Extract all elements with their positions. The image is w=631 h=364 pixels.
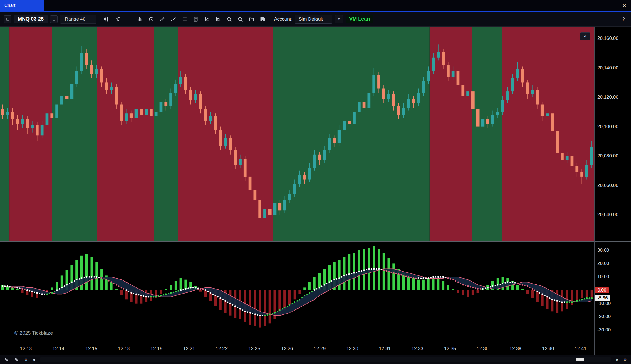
axis-lock-icon[interactable] [213, 14, 223, 24]
watchlist-icon[interactable] [180, 14, 190, 24]
indicator-axis[interactable]: 30.0020.0010.000.00-10.00-20.00-30.000.0… [594, 241, 631, 343]
scrollbar-track[interactable] [40, 357, 611, 362]
indicator-icon[interactable] [113, 14, 123, 24]
time-axis-label: 12:26 [281, 346, 293, 351]
chart-navigation-bar: « ◂ ▸ » [0, 355, 631, 364]
tab-chart-label: Chart [4, 3, 15, 8]
crosshair-icon[interactable] [124, 14, 134, 24]
price-axis-label: 20,140.00 [597, 65, 618, 71]
indicator-pane[interactable]: © 2025 Tickblaze [0, 241, 594, 343]
price-axis-label: 20,160.00 [597, 36, 618, 41]
account-dropdown-arrow[interactable]: ▼ [335, 15, 343, 23]
price-axis-label: 20,100.00 [597, 124, 618, 130]
account-label: Account: [274, 16, 292, 22]
price-axis-label: 20,060.00 [597, 183, 618, 188]
time-axis-label: 12:22 [216, 346, 228, 351]
price-axis[interactable]: 20,160.0020,140.0020,120.0020,100.0020,0… [594, 27, 631, 241]
scroll-to-end-button[interactable]: » [622, 356, 628, 363]
chart-area: » 20,160.0020,140.0020,120.0020,100.0020… [0, 27, 631, 364]
notes-icon[interactable] [191, 14, 201, 24]
account-select[interactable]: Sim Default [295, 15, 332, 24]
trendline-icon[interactable] [168, 14, 178, 24]
symbol-selector-icon[interactable] [4, 15, 11, 23]
time-axis-label: 12:19 [151, 346, 163, 351]
price-axis-label: 20,040.00 [597, 212, 618, 218]
time-axis[interactable]: 12:1312:1412:1512:1812:1912:2112:2212:25… [0, 343, 594, 355]
collapse-panel-button[interactable]: » [580, 32, 590, 40]
indicator-axis-label: 10.00 [597, 274, 609, 280]
zero-line-badge: 0.00 [595, 287, 609, 293]
time-axis-label: 12:25 [248, 346, 260, 351]
clock-icon[interactable] [146, 14, 156, 24]
save-icon[interactable] [258, 14, 268, 24]
interval-label[interactable]: Range 40 [60, 15, 96, 24]
time-axis-label: 12:41 [575, 346, 587, 351]
indicator-axis-label: -10.00 [597, 301, 611, 306]
time-axis-label: 12:29 [314, 346, 326, 351]
draw-icon[interactable] [157, 14, 167, 24]
indicator-axis-label: 20.00 [597, 261, 609, 266]
interval-selector-icon[interactable] [50, 15, 58, 23]
price-axis-label: 20,080.00 [597, 153, 618, 159]
scroll-left-button[interactable]: ◂ [31, 356, 36, 363]
time-label-row: 12:1312:1412:1512:1812:1912:2112:2212:25… [0, 343, 594, 355]
time-axis-label: 12:21 [183, 346, 195, 351]
scrollbar-thumb[interactable] [576, 358, 584, 361]
help-button[interactable]: ? [620, 16, 627, 22]
zoom-in-icon[interactable] [224, 14, 234, 24]
last-value-badge: -5.96 [595, 295, 610, 301]
chart-window: Chart ✕ MNQ 03-25 Range 40 Account: Sim … [0, 0, 631, 364]
indicator-axis-label: -30.00 [597, 327, 611, 333]
time-axis-label: 12:40 [542, 346, 554, 351]
time-axis-label: 12:13 [20, 346, 32, 351]
indicator-axis-label: -20.00 [597, 314, 611, 319]
tab-chart[interactable]: Chart [0, 0, 44, 11]
time-axis-label: 12:18 [118, 346, 130, 351]
account-value: Sim Default [299, 16, 323, 22]
watermark: © 2025 Tickblaze [14, 330, 53, 336]
time-axis-label: 12:38 [510, 346, 522, 351]
indicator-chart [0, 242, 594, 343]
folder-icon[interactable] [246, 14, 256, 24]
time-axis-label: 12:14 [53, 346, 65, 351]
time-axis-label: 12:35 [444, 346, 456, 351]
candlestick-chart [0, 27, 594, 241]
price-axis-label: 20,120.00 [597, 94, 618, 100]
zoom-out-icon[interactable] [235, 14, 245, 24]
chart-type-icon[interactable] [102, 14, 112, 24]
volume-icon[interactable] [135, 14, 145, 24]
time-axis-label: 12:36 [477, 346, 489, 351]
scroll-right-button[interactable]: ▸ [615, 356, 620, 363]
axis-corner [594, 343, 631, 355]
zoom-in-button[interactable] [13, 356, 21, 363]
symbol-label[interactable]: MNQ 03-25 [14, 15, 48, 23]
toolbar-icon-group [102, 14, 268, 24]
time-axis-label: 12:30 [346, 346, 358, 351]
close-button[interactable]: ✕ [618, 0, 631, 11]
toolbar: MNQ 03-25 Range 40 Account: Sim Default … [0, 11, 631, 27]
time-axis-label: 12:31 [379, 346, 391, 351]
price-pane[interactable]: » [0, 27, 594, 241]
time-axis-label: 12:33 [412, 346, 424, 351]
axis-scale-icon[interactable] [202, 14, 212, 24]
zoom-out-button[interactable] [3, 356, 11, 363]
titlebar: Chart ✕ [0, 0, 631, 11]
strategy-badge[interactable]: VM Lean [346, 15, 373, 23]
time-axis-label: 12:15 [85, 346, 97, 351]
scroll-to-start-button[interactable]: « [23, 356, 29, 363]
indicator-axis-label: 30.00 [597, 248, 609, 253]
